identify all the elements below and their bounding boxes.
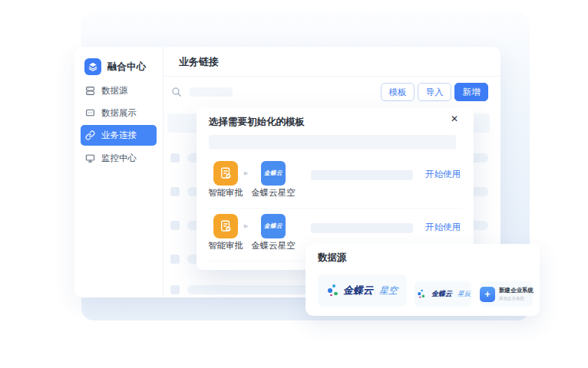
sidebar-item-label: 业务连接	[101, 130, 137, 141]
source-app-label: 智能审批	[204, 240, 247, 251]
brand-text: 金蝶云	[343, 284, 373, 297]
main-header: 业务链接	[164, 47, 500, 77]
toolbar-buttons: 模板 导入 新增	[381, 83, 488, 101]
row-icon-skeleton	[170, 187, 180, 196]
badge-label: 金蝶云	[264, 222, 282, 230]
close-icon[interactable]: ✕	[451, 113, 458, 124]
row-icon-skeleton	[170, 285, 180, 294]
source-app-label: 智能审批	[204, 187, 247, 199]
sidebar-item-label: 数据源	[101, 85, 128, 97]
app-logo: 融合中心	[84, 58, 146, 76]
search-icon	[171, 87, 182, 97]
import-button[interactable]: 导入	[418, 83, 451, 101]
arrow-right-icon: ▶	[244, 223, 248, 229]
modal-title: 选择需要初始化的模板	[209, 116, 305, 129]
monitor-icon	[85, 153, 95, 163]
target-app-label: 金蝶云星空	[250, 187, 296, 199]
sidebar-item-data-display[interactable]: 数据展示	[81, 103, 157, 123]
tile-label: 新建企业系统	[499, 287, 533, 294]
database-icon	[85, 86, 95, 96]
row-icon-skeleton	[170, 153, 180, 163]
page: 融合中心 数据源 数据展示	[0, 0, 588, 368]
app-title: 融合中心	[107, 61, 146, 74]
page-title: 业务链接	[179, 47, 219, 77]
product-text: 星辰	[458, 290, 471, 299]
kingdee-stellar-logo: 金蝶云 星辰	[415, 288, 471, 301]
toolbar: 模板 导入 新增	[164, 83, 500, 101]
datasource-tile-galaxy[interactable]: 金蝶云 星空	[318, 274, 407, 307]
datasource-card: 数据源 金蝶云 星空 金蝶云 星辰 + 新建企业系统 其他企业系统	[306, 244, 540, 316]
arrow-right-icon: ▶	[244, 170, 248, 176]
tile-sublabel: 其他企业系统	[499, 296, 533, 301]
datasource-card-title: 数据源	[318, 251, 347, 264]
smart-approval-icon	[213, 214, 238, 238]
kingdee-galaxy-logo: 金蝶云 星空	[327, 284, 398, 297]
start-using-link[interactable]: 开始使用	[425, 169, 461, 180]
plus-icon: +	[480, 287, 495, 302]
brand-text: 金蝶云	[431, 289, 452, 299]
display-icon	[85, 108, 95, 118]
sidebar-item-monitor-center[interactable]: 监控中心	[81, 148, 157, 168]
row-icon-skeleton	[170, 255, 180, 264]
sidebar-item-label: 数据展示	[101, 107, 137, 119]
template-button[interactable]: 模板	[381, 83, 415, 101]
kingdee-dots-icon	[327, 284, 339, 297]
divider	[209, 208, 461, 209]
start-using-link[interactable]: 开始使用	[425, 222, 461, 233]
kingdee-cloud-badge: 金蝶云	[261, 161, 286, 186]
add-button[interactable]: 新增	[454, 83, 488, 101]
badge-label: 金蝶云	[264, 169, 282, 177]
sidebar-item-data-source[interactable]: 数据源	[81, 80, 157, 100]
sidebar-item-label: 监控中心	[101, 153, 137, 164]
new-enterprise-system-tile[interactable]: + 新建企业系统 其他企业系统	[481, 281, 533, 307]
search-input[interactable]	[171, 83, 233, 101]
template-desc-skeleton	[311, 170, 413, 180]
target-app-label: 金蝶云星空	[250, 240, 296, 251]
sidebar-item-business-connect[interactable]: 业务连接	[81, 125, 157, 146]
link-icon	[85, 130, 95, 140]
datasource-tile-stellar[interactable]: 金蝶云 星辰	[415, 281, 471, 307]
product-text: 星空	[379, 284, 398, 297]
kingdee-cloud-badge: 金蝶云	[261, 214, 286, 238]
layers-icon	[84, 58, 101, 75]
sidebar: 融合中心 数据源 数据展示	[74, 47, 164, 297]
search-placeholder-skeleton	[190, 87, 233, 97]
template-desc-skeleton	[311, 223, 413, 233]
kingdee-dots-icon	[418, 290, 426, 299]
tile-text: 新建企业系统 其他企业系统	[499, 287, 533, 301]
row-icon-skeleton	[170, 221, 180, 230]
smart-approval-icon	[213, 161, 238, 186]
modal-search-skeleton	[209, 135, 456, 150]
sidebar-nav: 数据源 数据展示 业务连接	[81, 80, 157, 169]
